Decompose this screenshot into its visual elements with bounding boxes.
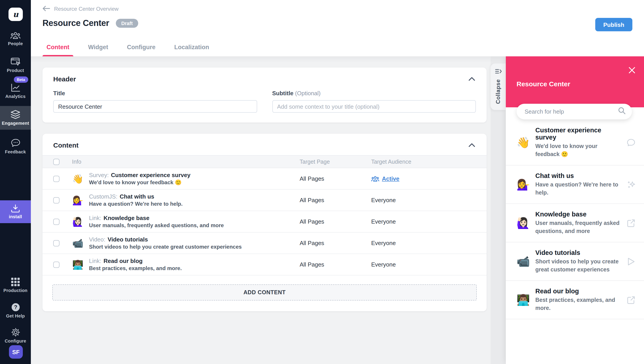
resource-center-preview: Resource Center 👋 Customer experience su…	[506, 56, 644, 364]
row-title: Chat with us	[120, 193, 154, 200]
sidebar-item-label: Engagement	[2, 121, 29, 126]
tab-widget[interactable]: Widget	[84, 44, 112, 56]
add-content-button[interactable]: ADD CONTENT	[52, 284, 477, 300]
list-item[interactable]: 👨🏽‍💻 Read our blog Best practices, examp…	[506, 281, 644, 319]
sidebar-item-people[interactable]: People	[0, 28, 31, 50]
list-item[interactable]: 👋 Customer experience survey We'd love t…	[506, 120, 644, 166]
app-window: u People Product Beta	[0, 0, 644, 364]
list-item[interactable]: 💁‍♀️ Chat with us Have a question? We're…	[506, 166, 644, 204]
sidebar-item-label: Analytics	[5, 94, 26, 99]
item-subtitle: Best practices, examples, and more.	[535, 296, 622, 312]
audience-value: Everyone	[371, 240, 486, 246]
row-subtitle: We'd love to know your feedback 🙂	[89, 179, 190, 186]
row-title: Video tutorials	[108, 236, 148, 243]
column-target-audience: Target Audience	[371, 158, 486, 165]
collapse-header-card-button[interactable]	[468, 76, 476, 82]
beta-badge: Beta	[14, 76, 28, 83]
close-preview-button[interactable]	[628, 66, 636, 75]
search-input[interactable]	[524, 108, 618, 115]
table-row[interactable]: 📹 Video:Video tutorials Short videos to …	[42, 232, 486, 254]
subtitle-input[interactable]	[272, 100, 476, 113]
back-link[interactable]: Resource Center Overview	[42, 5, 118, 13]
avatar-initials: SF	[12, 348, 20, 355]
select-all-checkbox[interactable]	[53, 158, 60, 165]
row-title: Knowledge base	[104, 215, 149, 221]
table-row[interactable]: 👨🏽‍💻 Link:Read our blog Best practices, …	[42, 254, 486, 276]
item-title: Knowledge base	[535, 210, 622, 218]
tab-content[interactable]: Content	[42, 44, 73, 56]
collapse-panel-tab[interactable]: Collapse	[490, 64, 506, 110]
download-icon	[11, 204, 20, 212]
raising-hand-emoji: 🙋🏻‍♀️	[72, 217, 84, 226]
search-icon	[618, 107, 626, 116]
product-icon	[10, 58, 20, 66]
title-field-label: Title	[53, 90, 257, 96]
item-subtitle: User manuals, frequently asked questions…	[535, 220, 622, 235]
target-page-value: All Pages	[300, 175, 371, 182]
sidebar-item-label: Get Help	[6, 314, 25, 318]
sidebar-item-install[interactable]: install	[0, 200, 31, 223]
play-icon	[626, 257, 636, 266]
title-input[interactable]	[53, 100, 257, 113]
sidebar-item-get-help[interactable]: ? Get Help	[0, 299, 31, 322]
table-header: Info Target Page Target Audience	[42, 155, 486, 168]
row-title: Customer experience survey	[111, 172, 190, 178]
sidebar: u People Product Beta	[0, 0, 31, 364]
chevron-up-icon	[469, 143, 475, 147]
content-card: Content Info Target Page Target Audience…	[42, 134, 486, 311]
content-card-title: Content	[53, 141, 78, 149]
analytics-icon	[10, 84, 20, 92]
row-type-label: Video:	[89, 236, 105, 243]
publish-button[interactable]: Publish	[595, 18, 632, 31]
row-title: Read our blog	[104, 258, 143, 264]
list-item[interactable]: 📹 Video tutorials Short videos to help y…	[506, 242, 644, 281]
people-icon	[10, 32, 20, 39]
chevron-up-icon	[469, 77, 475, 81]
userpilot-logo[interactable]: u	[8, 8, 23, 21]
sidebar-item-label: People	[8, 41, 23, 46]
waving-hand-emoji: 👋	[72, 174, 84, 183]
target-page-value: All Pages	[300, 218, 371, 225]
preview-item-list: 👋 Customer experience survey We'd love t…	[506, 120, 644, 319]
table-row[interactable]: 💁‍♀️ CustomJS:Chat with us Have a questi…	[42, 190, 486, 211]
person-tipping-hand-emoji: 💁‍♀️	[72, 196, 84, 204]
sidebar-item-production[interactable]: Production	[0, 274, 31, 297]
audience-active-link[interactable]: Active	[371, 175, 486, 182]
preview-search-bar[interactable]	[516, 104, 632, 120]
tab-bar: Content Widget Configure Localization	[42, 44, 213, 56]
waving-hand-emoji: 👋	[516, 137, 535, 148]
table-row[interactable]: 👋 Survey:Customer experience survey We'd…	[42, 168, 486, 190]
list-item[interactable]: 🙋🏻‍♀️ Knowledge base User manuals, frequ…	[506, 204, 644, 242]
collapse-content-card-button[interactable]	[468, 142, 476, 148]
sidebar-item-label: Feedback	[5, 149, 26, 154]
table-row[interactable]: 🙋🏻‍♀️ Link:Knowledge base User manuals, …	[42, 211, 486, 232]
row-type-label: Link:	[89, 215, 101, 221]
sidebar-item-label: Configure	[5, 338, 26, 344]
sidebar-item-engagement[interactable]: Engagement	[0, 106, 31, 130]
row-checkbox[interactable]	[53, 261, 60, 268]
item-title: Read our blog	[535, 288, 622, 295]
row-checkbox[interactable]	[53, 197, 60, 203]
sidebar-item-analytics[interactable]: Beta Analytics	[0, 80, 31, 103]
column-info: Info	[72, 158, 300, 165]
svg-text:?: ?	[14, 304, 17, 310]
tab-localization[interactable]: Localization	[170, 44, 213, 56]
user-avatar[interactable]: SF	[9, 345, 23, 359]
item-title: Chat with us	[535, 172, 622, 179]
target-page-value: All Pages	[300, 261, 371, 268]
editor-canvas: Header Title Subtitle (Optional)	[31, 56, 490, 364]
row-subtitle: User manuals, frequently asked questions…	[89, 222, 224, 228]
person-tipping-hand-emoji: 💁‍♀️	[516, 179, 535, 190]
row-checkbox[interactable]	[53, 240, 60, 246]
sidebar-item-feedback[interactable]: Feedback	[0, 134, 31, 158]
row-subtitle: Best practices, examples, and more.	[89, 265, 182, 272]
row-checkbox[interactable]	[53, 176, 60, 182]
external-link-icon	[626, 218, 636, 228]
sidebar-item-product[interactable]: Product	[0, 54, 31, 77]
page-title-row: Resource Center Draft	[42, 18, 138, 28]
tab-configure[interactable]: Configure	[123, 44, 160, 56]
audience-value: Everyone	[371, 261, 486, 268]
item-subtitle: Have a question? We're here to help.	[535, 181, 622, 197]
sidebar-item-configure[interactable]: Configure	[0, 324, 31, 348]
row-checkbox[interactable]	[53, 218, 60, 225]
